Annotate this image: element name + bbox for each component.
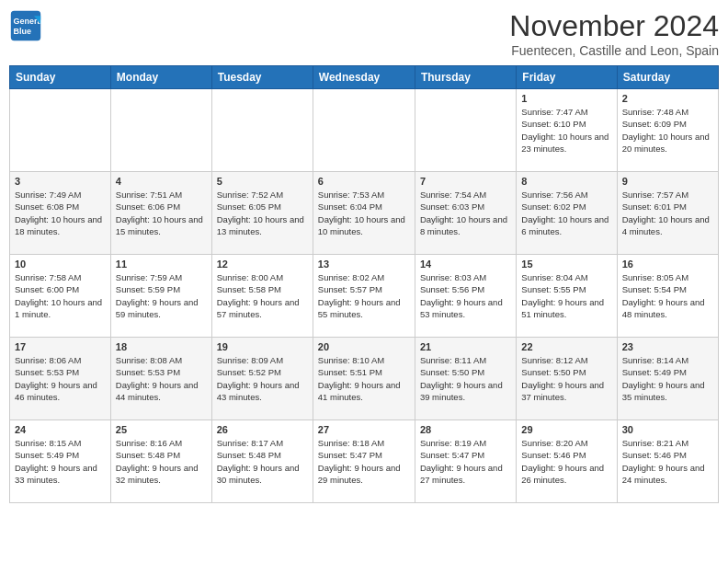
- calendar-cell: 29Sunrise: 8:20 AM Sunset: 5:46 PM Dayli…: [517, 420, 617, 503]
- day-info: Sunrise: 8:02 AM Sunset: 5:57 PM Dayligh…: [318, 271, 410, 320]
- month-title: November 2024: [509, 9, 719, 43]
- calendar-cell: 9Sunrise: 7:57 AM Sunset: 6:01 PM Daylig…: [617, 172, 718, 255]
- week-row-1: 1Sunrise: 7:47 AM Sunset: 6:10 PM Daylig…: [10, 89, 719, 172]
- calendar-cell: 8Sunrise: 7:56 AM Sunset: 6:02 PM Daylig…: [517, 172, 617, 255]
- day-number: 30: [622, 424, 713, 435]
- day-number: 11: [116, 259, 207, 270]
- day-info: Sunrise: 8:18 AM Sunset: 5:47 PM Dayligh…: [318, 437, 410, 486]
- week-row-2: 3Sunrise: 7:49 AM Sunset: 6:08 PM Daylig…: [10, 172, 719, 255]
- day-info: Sunrise: 8:09 AM Sunset: 5:52 PM Dayligh…: [217, 354, 308, 403]
- logo: General Blue General Blue: [9, 9, 42, 42]
- svg-text:Blue: Blue: [14, 27, 32, 36]
- col-header-monday: Monday: [110, 66, 211, 89]
- calendar-cell: [211, 89, 313, 172]
- day-info: Sunrise: 8:08 AM Sunset: 5:53 PM Dayligh…: [116, 354, 207, 403]
- day-info: Sunrise: 8:20 AM Sunset: 5:46 PM Dayligh…: [521, 437, 611, 486]
- day-number: 29: [521, 424, 611, 435]
- day-number: 6: [318, 176, 410, 187]
- day-info: Sunrise: 7:49 AM Sunset: 6:08 PM Dayligh…: [15, 189, 106, 237]
- calendar-cell: [415, 89, 516, 172]
- day-number: 20: [318, 341, 410, 352]
- day-number: 28: [420, 424, 511, 435]
- day-info: Sunrise: 8:14 AM Sunset: 5:49 PM Dayligh…: [622, 354, 713, 403]
- day-number: 9: [622, 176, 713, 187]
- day-number: 5: [217, 176, 308, 187]
- day-number: 3: [15, 176, 106, 187]
- day-info: Sunrise: 7:53 AM Sunset: 6:04 PM Dayligh…: [318, 189, 410, 237]
- calendar-cell: 25Sunrise: 8:16 AM Sunset: 5:48 PM Dayli…: [110, 420, 211, 503]
- page-header: General Blue General Blue November 2024 …: [9, 9, 719, 58]
- day-number: 22: [521, 341, 611, 352]
- day-number: 1: [521, 93, 611, 104]
- calendar-cell: 15Sunrise: 8:04 AM Sunset: 5:55 PM Dayli…: [517, 255, 617, 338]
- day-info: Sunrise: 8:05 AM Sunset: 5:54 PM Dayligh…: [622, 271, 713, 320]
- day-info: Sunrise: 8:00 AM Sunset: 5:58 PM Dayligh…: [217, 271, 308, 320]
- logo-icon: General Blue: [9, 9, 42, 42]
- calendar-cell: 24Sunrise: 8:15 AM Sunset: 5:49 PM Dayli…: [10, 420, 111, 503]
- calendar-cell: 12Sunrise: 8:00 AM Sunset: 5:58 PM Dayli…: [211, 255, 313, 338]
- day-info: Sunrise: 7:54 AM Sunset: 6:03 PM Dayligh…: [420, 189, 511, 237]
- day-info: Sunrise: 8:16 AM Sunset: 5:48 PM Dayligh…: [116, 437, 207, 486]
- calendar-cell: 3Sunrise: 7:49 AM Sunset: 6:08 PM Daylig…: [10, 172, 111, 255]
- col-header-wednesday: Wednesday: [313, 66, 415, 89]
- day-number: 14: [420, 259, 511, 270]
- days-header-row: SundayMondayTuesdayWednesdayThursdayFrid…: [10, 66, 719, 89]
- day-number: 17: [15, 341, 106, 352]
- col-header-thursday: Thursday: [415, 66, 516, 89]
- day-info: Sunrise: 8:10 AM Sunset: 5:51 PM Dayligh…: [318, 354, 410, 403]
- calendar-cell: [10, 89, 111, 172]
- day-number: 25: [116, 424, 207, 435]
- calendar-cell: 13Sunrise: 8:02 AM Sunset: 5:57 PM Dayli…: [313, 255, 415, 338]
- day-info: Sunrise: 8:06 AM Sunset: 5:53 PM Dayligh…: [15, 354, 106, 403]
- day-number: 2: [622, 93, 713, 104]
- day-info: Sunrise: 7:57 AM Sunset: 6:01 PM Dayligh…: [622, 189, 713, 237]
- col-header-saturday: Saturday: [617, 66, 718, 89]
- day-number: 13: [318, 259, 410, 270]
- day-info: Sunrise: 8:19 AM Sunset: 5:47 PM Dayligh…: [420, 437, 511, 486]
- day-info: Sunrise: 8:04 AM Sunset: 5:55 PM Dayligh…: [521, 271, 611, 320]
- day-number: 23: [622, 341, 713, 352]
- day-info: Sunrise: 8:12 AM Sunset: 5:50 PM Dayligh…: [521, 354, 611, 403]
- day-info: Sunrise: 8:11 AM Sunset: 5:50 PM Dayligh…: [420, 354, 511, 403]
- calendar-cell: 11Sunrise: 7:59 AM Sunset: 5:59 PM Dayli…: [110, 255, 211, 338]
- calendar-cell: 4Sunrise: 7:51 AM Sunset: 6:06 PM Daylig…: [110, 172, 211, 255]
- day-info: Sunrise: 7:56 AM Sunset: 6:02 PM Dayligh…: [521, 189, 611, 237]
- day-number: 26: [217, 424, 308, 435]
- day-info: Sunrise: 8:21 AM Sunset: 5:46 PM Dayligh…: [622, 437, 713, 486]
- day-number: 15: [521, 259, 611, 270]
- day-number: 12: [217, 259, 308, 270]
- day-info: Sunrise: 7:48 AM Sunset: 6:09 PM Dayligh…: [622, 106, 713, 155]
- calendar-cell: 26Sunrise: 8:17 AM Sunset: 5:48 PM Dayli…: [211, 420, 313, 503]
- calendar-cell: 5Sunrise: 7:52 AM Sunset: 6:05 PM Daylig…: [211, 172, 313, 255]
- day-number: 8: [521, 176, 611, 187]
- day-info: Sunrise: 7:59 AM Sunset: 5:59 PM Dayligh…: [116, 271, 207, 320]
- calendar-table: SundayMondayTuesdayWednesdayThursdayFrid…: [9, 65, 719, 503]
- calendar-cell: [110, 89, 211, 172]
- col-header-friday: Friday: [517, 66, 617, 89]
- calendar-cell: 19Sunrise: 8:09 AM Sunset: 5:52 PM Dayli…: [211, 338, 313, 420]
- day-number: 21: [420, 341, 511, 352]
- col-header-tuesday: Tuesday: [211, 66, 313, 89]
- calendar-cell: 22Sunrise: 8:12 AM Sunset: 5:50 PM Dayli…: [517, 338, 617, 420]
- week-row-5: 24Sunrise: 8:15 AM Sunset: 5:49 PM Dayli…: [10, 420, 719, 503]
- day-info: Sunrise: 7:51 AM Sunset: 6:06 PM Dayligh…: [116, 189, 207, 237]
- calendar-cell: 20Sunrise: 8:10 AM Sunset: 5:51 PM Dayli…: [313, 338, 415, 420]
- calendar-cell: 10Sunrise: 7:58 AM Sunset: 6:00 PM Dayli…: [10, 255, 111, 338]
- day-number: 27: [318, 424, 410, 435]
- day-number: 7: [420, 176, 511, 187]
- week-row-4: 17Sunrise: 8:06 AM Sunset: 5:53 PM Dayli…: [10, 338, 719, 420]
- calendar-cell: [313, 89, 415, 172]
- calendar-cell: 30Sunrise: 8:21 AM Sunset: 5:46 PM Dayli…: [617, 420, 718, 503]
- col-header-sunday: Sunday: [10, 66, 111, 89]
- day-number: 19: [217, 341, 308, 352]
- calendar-cell: 14Sunrise: 8:03 AM Sunset: 5:56 PM Dayli…: [415, 255, 516, 338]
- calendar-cell: 16Sunrise: 8:05 AM Sunset: 5:54 PM Dayli…: [617, 255, 718, 338]
- calendar-cell: 23Sunrise: 8:14 AM Sunset: 5:49 PM Dayli…: [617, 338, 718, 420]
- day-number: 16: [622, 259, 713, 270]
- location: Fuentecen, Castille and Leon, Spain: [509, 43, 719, 58]
- day-info: Sunrise: 8:17 AM Sunset: 5:48 PM Dayligh…: [217, 437, 308, 486]
- calendar-cell: 1Sunrise: 7:47 AM Sunset: 6:10 PM Daylig…: [517, 89, 617, 172]
- calendar-cell: 17Sunrise: 8:06 AM Sunset: 5:53 PM Dayli…: [10, 338, 111, 420]
- calendar-cell: 7Sunrise: 7:54 AM Sunset: 6:03 PM Daylig…: [415, 172, 516, 255]
- day-info: Sunrise: 7:52 AM Sunset: 6:05 PM Dayligh…: [217, 189, 308, 237]
